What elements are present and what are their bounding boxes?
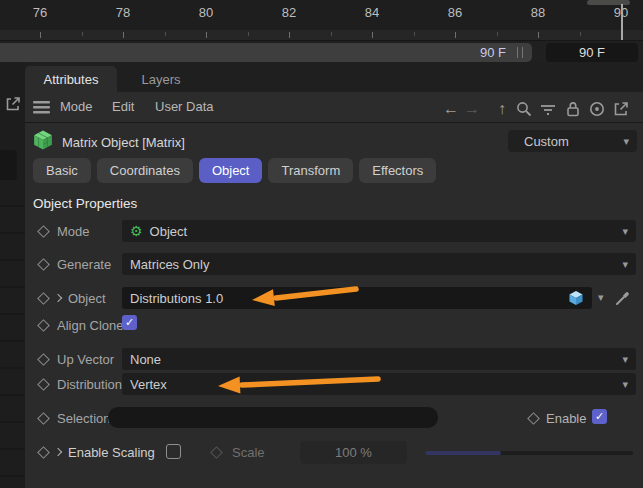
tab-attributes[interactable]: Attributes [25, 66, 117, 92]
playhead-line [621, 4, 623, 40]
scale-value: 100 % [335, 445, 372, 460]
search-icon[interactable] [515, 100, 533, 118]
up-vector-label: Up Vector [57, 352, 114, 367]
mode-label: Mode [57, 224, 90, 239]
matrix-object-icon [33, 130, 53, 150]
object-title: Matrix Object [Matrix] [62, 135, 185, 150]
keyframe-diamond[interactable] [37, 353, 50, 366]
keyframe-diamond[interactable] [37, 378, 50, 391]
object-link-menu-icon[interactable]: ▾ [598, 292, 604, 303]
object-label: Object [68, 291, 106, 306]
ruler-label: 88 [524, 5, 552, 20]
expand-chevron-icon[interactable] [54, 448, 62, 456]
object-link-value: Distributions 1.0 [130, 291, 223, 306]
selection-label: Selection [57, 411, 110, 426]
keyframe-diamond[interactable] [527, 412, 540, 425]
enable-scaling-label: Enable Scaling [68, 445, 155, 460]
current-frame-value: 90 F [579, 45, 605, 60]
timeline-range-slider[interactable]: 90 F [0, 43, 532, 62]
check-icon: ✓ [595, 410, 604, 423]
scale-slider-fill [425, 451, 501, 455]
chevron-down-icon: ▾ [622, 226, 628, 237]
expand-chevron-icon[interactable] [54, 294, 62, 302]
tab-transform[interactable]: Transform [268, 158, 353, 183]
up-vector-value: None [130, 352, 161, 367]
keyframe-diamond-disabled [210, 446, 223, 459]
section-title: Object Properties [33, 196, 137, 211]
ruler-label: 80 [192, 5, 220, 20]
new-window-icon[interactable] [612, 100, 630, 118]
playhead-handle[interactable] [587, 0, 630, 5]
keyframe-diamond[interactable] [37, 292, 50, 305]
align-clone-checkbox[interactable]: ✓ [122, 315, 137, 330]
scale-slider[interactable] [425, 451, 633, 455]
menu-edit[interactable]: Edit [112, 99, 134, 114]
object-link-field[interactable]: Distributions 1.0 [122, 287, 592, 309]
keyframe-diamond[interactable] [37, 258, 50, 271]
parent-up-icon[interactable]: ↑ [493, 100, 511, 118]
filter-icon[interactable] [539, 100, 557, 118]
chevron-down-icon: ▾ [622, 354, 628, 365]
side-panel-strip [0, 62, 25, 488]
strip-row-end [0, 150, 17, 180]
timeline-ticks [0, 30, 643, 41]
keyframe-diamond[interactable] [37, 319, 50, 332]
hamburger-menu-icon[interactable] [33, 101, 50, 114]
range-grip-icon[interactable] [522, 47, 524, 58]
app-window: 76 78 80 82 84 86 88 90 90 F 90 F Attrib… [0, 0, 643, 488]
target-icon[interactable] [588, 100, 606, 118]
tab-object[interactable]: Object [199, 158, 263, 183]
selection-input[interactable] [108, 407, 438, 428]
eyedropper-icon[interactable] [614, 288, 633, 307]
keyframe-diamond[interactable] [37, 412, 50, 425]
preset-dropdown[interactable]: Custom ▾ [508, 130, 637, 152]
enable-label: Enable [546, 411, 586, 426]
enable-checkbox[interactable]: ✓ [592, 409, 607, 424]
tab-coordinates[interactable]: Coordinates [97, 158, 193, 183]
cube-icon[interactable] [568, 290, 584, 306]
gear-icon: ⚙ [130, 224, 143, 238]
category-tabs: Basic Coordinates Object Transform Effec… [33, 158, 436, 183]
mode-value: Object [150, 224, 188, 239]
panel-tab-bar: Attributes Layers [25, 62, 643, 92]
chevron-down-icon: ▾ [622, 379, 628, 390]
timeline-ruler[interactable]: 76 78 80 82 84 86 88 90 [0, 0, 643, 30]
ruler-label: 84 [358, 5, 386, 20]
generate-label: Generate [57, 257, 111, 272]
tab-effectors[interactable]: Effectors [359, 158, 436, 183]
menu-user-data[interactable]: User Data [155, 99, 214, 114]
ruler-label: 78 [109, 5, 137, 20]
history-back-icon[interactable]: ← [442, 100, 460, 118]
ruler-label: 82 [275, 5, 303, 20]
check-icon: ✓ [125, 316, 134, 329]
align-clone-label: Align Clone [57, 318, 124, 333]
up-vector-dropdown[interactable]: None ▾ [122, 348, 636, 370]
chevron-down-icon: ▾ [623, 136, 629, 147]
keyframe-diamond[interactable] [37, 446, 50, 459]
ruler-label: 76 [26, 5, 54, 20]
mode-dropdown[interactable]: ⚙ Object ▾ [122, 220, 636, 242]
preset-value: Custom [516, 134, 569, 149]
lock-icon[interactable] [564, 100, 582, 118]
keyframe-diamond[interactable] [37, 225, 50, 238]
chevron-down-icon: ▾ [622, 259, 628, 270]
distribution-label: Distribution [57, 377, 122, 392]
tab-layers[interactable]: Layers [117, 66, 205, 92]
range-grip-icon[interactable] [517, 47, 519, 58]
tab-basic[interactable]: Basic [33, 158, 91, 183]
generate-value: Matrices Only [130, 257, 209, 272]
enable-scaling-checkbox[interactable] [166, 444, 181, 459]
range-end-frame: 90 F [480, 45, 506, 60]
scale-label: Scale [232, 445, 265, 460]
menu-mode[interactable]: Mode [60, 99, 93, 114]
distribution-dropdown[interactable]: Vertex ▾ [122, 373, 636, 395]
generate-dropdown[interactable]: Matrices Only ▾ [122, 253, 636, 275]
history-forward-icon[interactable]: → [463, 100, 481, 118]
ruler-label: 86 [441, 5, 469, 20]
distribution-value: Vertex [130, 377, 167, 392]
scale-value-field[interactable]: 100 % [300, 441, 407, 464]
current-frame-field[interactable]: 90 F [546, 43, 638, 62]
